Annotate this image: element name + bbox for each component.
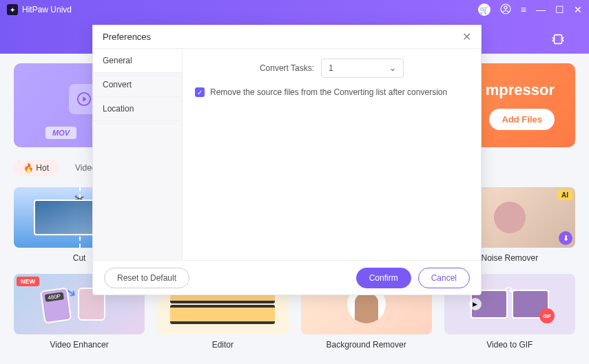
- chevron-down-icon: ⌄: [389, 63, 396, 73]
- ai-badge: AI: [557, 190, 572, 200]
- face-before-icon: 480P: [40, 287, 72, 323]
- enhancer-label: Video Enhancer: [50, 340, 109, 350]
- convert-tasks-select[interactable]: 1 ⌄: [321, 58, 404, 78]
- preferences-modal: Preferences ✕ General Convert Location C…: [92, 25, 482, 295]
- new-badge: NEW: [17, 277, 39, 286]
- noise-label: Noise Remover: [482, 253, 539, 263]
- flame-icon: 🔥: [23, 163, 34, 173]
- prefs-tab-location[interactable]: Location: [93, 97, 182, 121]
- app-title: HitPaw Univd: [22, 5, 478, 14]
- confirm-button[interactable]: Confirm: [356, 268, 411, 288]
- person-icon: [355, 293, 378, 323]
- minimize-icon[interactable]: —: [536, 4, 546, 15]
- add-files-button[interactable]: Add Files: [489, 109, 555, 130]
- compressor-title: mpressor: [486, 81, 555, 99]
- maximize-icon[interactable]: ☐: [555, 4, 564, 15]
- film-strip-icon: [170, 305, 275, 324]
- app-logo-icon: ✦: [7, 4, 18, 15]
- gif-label: Video to GIF: [486, 340, 533, 350]
- remove-source-label: Remove the source files from the Convert…: [210, 87, 447, 97]
- prefs-tab-convert[interactable]: Convert: [93, 73, 182, 97]
- prefs-panel: Convert Tasks: 1 ⌄ ✓ Remove the source f…: [183, 49, 481, 260]
- bg-label: Background Remover: [327, 340, 406, 350]
- prefs-tab-general[interactable]: General: [93, 49, 182, 73]
- checkbox-checked-icon: ✓: [195, 87, 205, 97]
- res-badge: 480P: [45, 292, 64, 302]
- cut-label: Cut: [73, 253, 86, 263]
- menu-icon[interactable]: ≡: [521, 4, 526, 15]
- editor-label: Editor: [212, 340, 234, 350]
- tag-hot[interactable]: 🔥 Hot: [14, 160, 59, 176]
- prefs-sidebar: General Convert Location: [93, 49, 183, 260]
- cancel-button[interactable]: Cancel: [418, 268, 470, 288]
- svg-rect-3: [555, 35, 562, 44]
- svg-point-1: [504, 6, 507, 8]
- play-icon: ▶: [469, 298, 482, 310]
- reset-button[interactable]: Reset to Default: [104, 268, 189, 288]
- close-window-icon[interactable]: ✕: [574, 4, 582, 15]
- titlebar: ✦ HitPaw Univd 🛒 ≡ — ☐ ✕: [0, 0, 589, 19]
- convert-tasks-value: 1: [329, 63, 333, 73]
- format-badge: MOV: [45, 127, 76, 139]
- remove-source-checkbox[interactable]: ✓ Remove the source files from the Conve…: [195, 87, 468, 97]
- download-icon[interactable]: ⬇: [559, 231, 572, 245]
- gif-badge: GIF: [539, 308, 555, 323]
- convert-tasks-label: Convert Tasks:: [260, 63, 314, 73]
- person-headphones-icon: [494, 202, 526, 233]
- close-icon[interactable]: ✕: [462, 30, 471, 43]
- arrow-icon: ↷: [504, 283, 515, 299]
- user-icon[interactable]: [500, 3, 511, 17]
- tab-compress[interactable]: [527, 25, 589, 54]
- prefs-title: Preferences: [103, 32, 151, 42]
- cart-icon[interactable]: 🛒: [478, 3, 490, 16]
